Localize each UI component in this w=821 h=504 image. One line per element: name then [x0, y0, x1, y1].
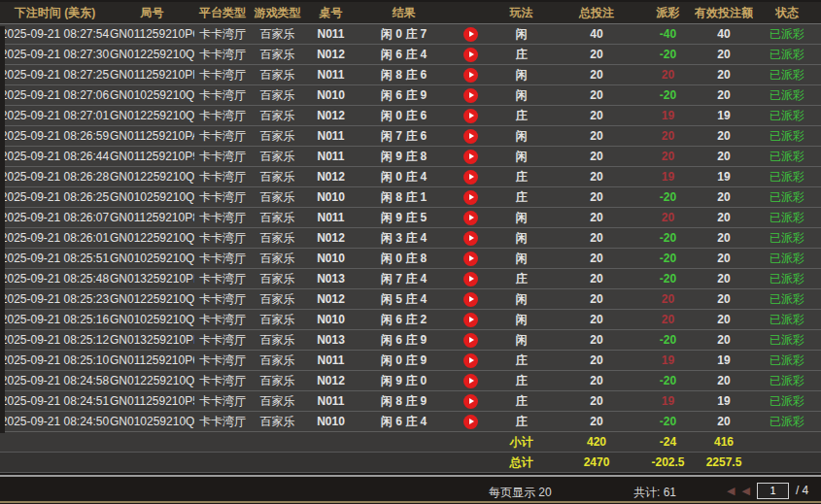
- cell-table-number: N013: [304, 272, 358, 286]
- replay-play-icon[interactable]: [463, 68, 478, 83]
- cell-total-bet: 20: [552, 150, 641, 163]
- play-triangle-icon: [469, 133, 474, 139]
- cell-bet-time: 2025-09-21 08:24:51: [0, 394, 110, 408]
- cell-play-type: 庄: [491, 169, 552, 185]
- cell-result: 闲 6 庄 9: [358, 332, 450, 349]
- column-header-game_type: 游戏类型: [251, 5, 304, 21]
- replay-play-icon[interactable]: [463, 272, 478, 286]
- cell-game-number: GN012259210Q0: [110, 374, 194, 387]
- cell-payout: 20: [641, 68, 695, 82]
- replay-play-icon[interactable]: [463, 415, 478, 429]
- cell-valid-bet: 19: [695, 353, 753, 367]
- cell-game-number: GN010259210QA: [110, 313, 194, 326]
- cell-total-bet: 20: [552, 109, 641, 122]
- cell-result: 闲 0 庄 6: [358, 108, 450, 124]
- cell-bet-time: 2025-09-21 08:27:25: [0, 68, 110, 82]
- cell-valid-bet: 20: [695, 48, 753, 61]
- replay-play-icon[interactable]: [463, 374, 478, 388]
- cell-game-number: GN011259210PB: [110, 68, 194, 82]
- subtotal-label: 小计: [491, 434, 552, 451]
- cell-game-number: GN011259210P6: [110, 353, 194, 367]
- cell-game-type: 百家乐: [251, 230, 304, 247]
- replay-play-icon[interactable]: [463, 150, 478, 164]
- cell-result: 闲 6 庄 9: [358, 87, 450, 104]
- cell-bet-time: 2025-09-21 08:25:48: [0, 272, 110, 286]
- cell-replay: [450, 333, 491, 348]
- cell-game-number: GN012259210Q1: [110, 292, 194, 306]
- cell-total-bet: 20: [552, 170, 641, 184]
- replay-play-icon[interactable]: [463, 394, 478, 409]
- cell-replay: [450, 211, 491, 225]
- cell-total-bet: 20: [552, 252, 641, 265]
- replay-play-icon[interactable]: [463, 48, 478, 62]
- cell-play-type: 闲: [491, 67, 552, 84]
- prev-page-icon[interactable]: ◀: [741, 486, 749, 496]
- cell-game-number: GN012259210Q5: [110, 48, 194, 61]
- replay-play-icon[interactable]: [463, 333, 478, 348]
- table-row: 2025-09-21 08:25:23 GN012259210Q1 卡卡湾厅 百…: [0, 289, 821, 310]
- play-triangle-icon: [469, 235, 474, 241]
- cell-valid-bet: 20: [695, 150, 753, 163]
- column-header-play: 玩法: [491, 5, 552, 21]
- cell-payout: 19: [641, 170, 695, 184]
- cell-play-type: 闲: [491, 251, 552, 267]
- grand-total-total-bet: 2470: [552, 455, 641, 469]
- cell-table-number: N012: [304, 292, 358, 306]
- cell-game-type: 百家乐: [251, 251, 304, 267]
- replay-play-icon[interactable]: [463, 353, 478, 368]
- play-triangle-icon: [469, 255, 474, 261]
- cell-status: 已派彩: [753, 251, 821, 267]
- column-header-valid_bet: 有效投注额: [695, 5, 753, 21]
- cell-game-number: GN010259210QB: [110, 252, 194, 265]
- replay-play-icon[interactable]: [463, 292, 478, 307]
- cell-status: 已派彩: [753, 67, 821, 84]
- cell-platform-type: 卡卡湾厅: [194, 169, 251, 185]
- cell-result: 闲 7 庄 6: [358, 128, 450, 145]
- cell-payout: 19: [641, 394, 695, 408]
- first-page-icon[interactable]: ◀: [727, 486, 735, 496]
- cell-table-number: N012: [304, 109, 358, 122]
- cell-valid-bet: 20: [695, 252, 753, 265]
- play-triangle-icon: [469, 276, 474, 282]
- cell-platform-type: 卡卡湾厅: [194, 67, 251, 84]
- cell-payout: 20: [641, 292, 695, 306]
- cell-platform-type: 卡卡湾厅: [194, 128, 251, 145]
- cell-table-number: N012: [304, 170, 358, 184]
- play-triangle-icon: [469, 357, 474, 363]
- replay-play-icon[interactable]: [463, 313, 478, 327]
- cell-play-type: 闲: [491, 149, 552, 165]
- cell-play-type: 闲: [491, 312, 552, 328]
- cell-total-bet: 20: [552, 353, 641, 367]
- cell-game-number: GN012259210Q4: [110, 109, 194, 122]
- cell-platform-type: 卡卡湾厅: [194, 251, 251, 267]
- cell-total-bet: 20: [552, 129, 641, 143]
- pagination: ◀ ◀ / 4: [727, 477, 808, 504]
- cell-play-type: 庄: [491, 414, 552, 430]
- cell-game-type: 百家乐: [251, 271, 304, 287]
- page-number-input[interactable]: [757, 483, 789, 499]
- cell-bet-time: 2025-09-21 08:27:01: [0, 109, 110, 122]
- replay-play-icon[interactable]: [463, 211, 478, 225]
- cell-replay: [450, 170, 491, 185]
- cell-valid-bet: 20: [695, 129, 753, 143]
- play-triangle-icon: [469, 174, 474, 180]
- replay-play-icon[interactable]: [463, 88, 478, 103]
- replay-play-icon[interactable]: [463, 170, 478, 185]
- replay-play-icon[interactable]: [463, 27, 478, 42]
- cell-bet-time: 2025-09-21 08:25:16: [0, 313, 110, 326]
- replay-play-icon[interactable]: [463, 252, 478, 266]
- replay-play-icon[interactable]: [463, 129, 478, 144]
- table-row: 2025-09-21 08:25:10 GN011259210P6 卡卡湾厅 百…: [0, 351, 821, 371]
- cell-play-type: 闲: [491, 26, 552, 43]
- replay-play-icon[interactable]: [463, 109, 478, 123]
- cell-table-number: N011: [304, 27, 358, 41]
- replay-play-icon[interactable]: [463, 231, 478, 246]
- cell-result: 闲 8 庄 9: [358, 393, 450, 410]
- cell-payout: -40: [641, 27, 695, 41]
- cell-table-number: N011: [304, 211, 358, 224]
- table-row: 2025-09-21 08:27:25 GN011259210PB 卡卡湾厅 百…: [0, 65, 821, 85]
- cell-status: 已派彩: [753, 189, 821, 206]
- cell-replay: [450, 190, 491, 205]
- replay-play-icon[interactable]: [463, 190, 478, 205]
- cell-bet-time: 2025-09-21 08:26:59: [0, 129, 110, 143]
